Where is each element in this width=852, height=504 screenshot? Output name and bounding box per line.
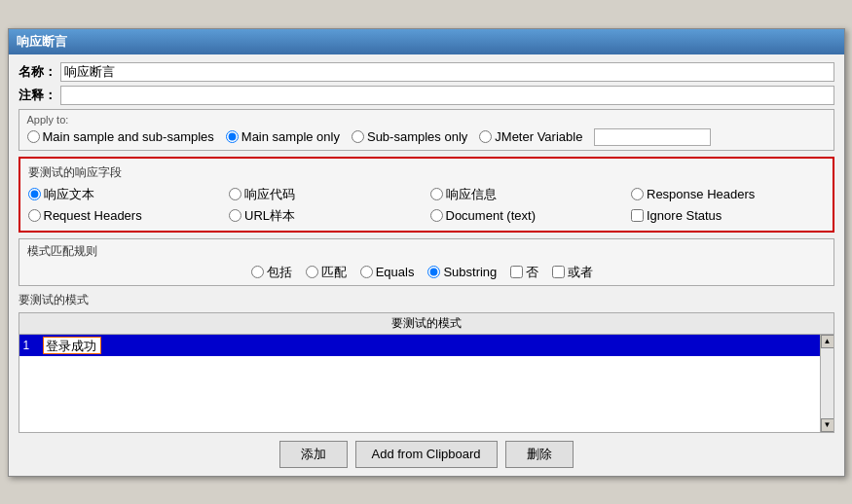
scroll-down-btn[interactable]: ▼ [821, 418, 833, 432]
radio-document[interactable] [430, 209, 443, 222]
patterns-table-header: 要测试的模式 [19, 313, 833, 335]
add-button[interactable]: 添加 [279, 441, 348, 468]
radio-sub-only[interactable] [352, 130, 364, 143]
radio-response-code[interactable] [229, 188, 241, 200]
comment-row: 注释： [19, 86, 834, 105]
field-response-headers: Response Headers [631, 186, 817, 203]
radio-response-text-label: 响应文本 [44, 186, 94, 203]
patterns-title: 要测试的模式 [19, 292, 834, 308]
checkbox-not-label: 否 [526, 264, 538, 281]
dialog-body: 名称： 注释： Apply to: Main sample and sub-sa… [9, 54, 844, 476]
checkbox-ignore-status[interactable] [631, 209, 644, 222]
radio-main-sub[interactable] [27, 130, 40, 143]
radio-equals[interactable] [360, 266, 373, 278]
radio-request-headers[interactable] [28, 209, 41, 222]
dialog-title: 响应断言 [9, 29, 844, 54]
checkbox-not[interactable] [510, 266, 523, 278]
response-field-grid: 响应文本 响应代码 响应信息 Response Headers Req [28, 186, 825, 225]
name-input[interactable] [60, 62, 834, 82]
radio-response-message[interactable] [430, 188, 443, 200]
match-substring: Substring [427, 265, 497, 279]
apply-sub-only: Sub-samples only [352, 129, 467, 144]
radio-response-text[interactable] [28, 188, 41, 200]
apply-main-only: Main sample only [226, 129, 340, 144]
checkbox-or[interactable] [552, 266, 565, 278]
match-rules-row: 包括 匹配 Equals Substring 否 [27, 264, 826, 281]
match-equals: Equals [360, 265, 415, 279]
field-ignore-status: Ignore Status [631, 207, 817, 225]
radio-response-headers[interactable] [631, 188, 644, 200]
add-from-clipboard-button[interactable]: Add from Clipboard [355, 441, 498, 468]
radio-matches-label: 匹配 [321, 264, 347, 281]
match-or: 或者 [552, 264, 593, 281]
comment-input[interactable] [60, 86, 834, 105]
radio-request-headers-label: Request Headers [44, 208, 142, 223]
radio-substring-label: Substring [443, 265, 497, 279]
match-rules-section: 模式匹配规则 包括 匹配 Equals Substring [19, 238, 834, 286]
radio-main-sub-label: Main sample and sub-samples [43, 129, 214, 144]
apply-to-section: Apply to: Main sample and sub-samples Ma… [19, 109, 834, 151]
radio-includes-label: 包括 [267, 264, 292, 281]
radio-main-only[interactable] [226, 130, 239, 143]
cell-value[interactable]: 登录成功 [43, 337, 101, 354]
name-row: 名称： [19, 62, 834, 82]
checkbox-or-label: 或者 [568, 264, 593, 281]
field-document: Document (text) [430, 207, 616, 225]
table-row[interactable]: 1 登录成功 [19, 335, 833, 356]
radio-url[interactable] [229, 209, 241, 222]
field-response-code: 响应代码 [229, 186, 415, 203]
radio-main-only-label: Main sample only [241, 129, 340, 144]
radio-jmeter-var-label: JMeter Variable [495, 129, 582, 144]
button-row: 添加 Add from Clipboard 删除 [19, 441, 834, 468]
apply-to-options: Main sample and sub-samples Main sample … [27, 128, 826, 146]
comment-label: 注释： [19, 87, 56, 104]
scrollbar[interactable]: ▲ ▼ [820, 335, 833, 432]
radio-equals-label: Equals [376, 265, 415, 279]
radio-includes[interactable] [251, 266, 264, 278]
row-number: 1 [23, 339, 37, 352]
checkbox-ignore-status-label: Ignore Status [647, 208, 722, 223]
name-label: 名称： [19, 63, 56, 81]
delete-button[interactable]: 删除 [505, 441, 574, 468]
radio-response-headers-label: Response Headers [647, 187, 755, 201]
patterns-table: 要测试的模式 1 登录成功 ▲ ▼ [19, 312, 834, 433]
field-response-text: 响应文本 [28, 186, 214, 203]
radio-sub-only-label: Sub-samples only [367, 129, 467, 144]
match-includes: 包括 [251, 264, 292, 281]
radio-response-code-label: 响应代码 [244, 186, 295, 203]
field-response-message: 响应信息 [430, 186, 616, 203]
scroll-up-btn[interactable]: ▲ [821, 335, 833, 348]
radio-document-label: Document (text) [446, 208, 536, 223]
radio-response-message-label: 响应信息 [446, 186, 497, 203]
radio-jmeter-var[interactable] [479, 130, 492, 143]
apply-to-label: Apply to: [27, 114, 826, 126]
response-field-title: 要测试的响应字段 [28, 164, 825, 181]
patterns-section: 要测试的模式 要测试的模式 1 登录成功 ▲ ▼ [19, 292, 834, 433]
jmeter-var-input[interactable] [594, 128, 711, 146]
patterns-table-body[interactable]: 1 登录成功 ▲ ▼ [19, 335, 833, 432]
field-request-headers: Request Headers [28, 207, 214, 225]
dialog-container: 响应断言 名称： 注释： Apply to: Main sample and s… [8, 28, 845, 477]
match-rules-title: 模式匹配规则 [27, 243, 826, 260]
field-url: URL样本 [229, 207, 415, 225]
match-not: 否 [510, 264, 538, 281]
radio-url-label: URL样本 [244, 207, 295, 225]
response-field-section: 要测试的响应字段 响应文本 响应代码 响应信息 Response Head [19, 157, 834, 233]
apply-main-sub: Main sample and sub-samples [27, 129, 214, 144]
apply-jmeter-var: JMeter Variable [479, 129, 582, 144]
match-matches: 匹配 [306, 264, 347, 281]
radio-matches[interactable] [306, 266, 318, 278]
radio-substring[interactable] [427, 266, 440, 278]
